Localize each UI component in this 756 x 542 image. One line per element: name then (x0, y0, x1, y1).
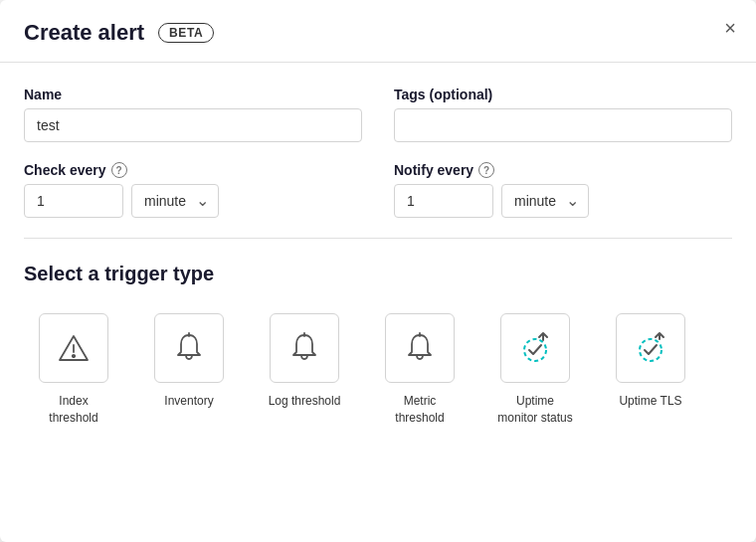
trigger-item-inventory[interactable]: Inventory (139, 313, 239, 427)
name-tags-row: Name Tags (optional) (24, 87, 732, 142)
trigger-grid: Indexthreshold Inventory (24, 313, 732, 427)
inventory-label: Inventory (164, 393, 213, 410)
trigger-item-uptime-monitor[interactable]: Uptimemonitor status (485, 313, 585, 427)
check-every-group: Check every ? second minute hour day (24, 162, 362, 218)
beta-badge: BETA (158, 23, 214, 43)
notify-every-unit-wrapper: second minute hour day (501, 184, 589, 218)
tags-input[interactable] (394, 108, 732, 142)
uptime-tls-icon (633, 330, 668, 366)
notify-every-label: Notify every ? (394, 162, 732, 178)
notify-every-help-icon[interactable]: ? (478, 162, 494, 178)
name-group: Name (24, 87, 362, 142)
uptime-monitor-icon (517, 330, 553, 366)
svg-point-1 (73, 355, 75, 357)
check-every-help-icon[interactable]: ? (111, 162, 127, 178)
close-button[interactable]: × (724, 18, 736, 38)
tags-label: Tags (optional) (394, 87, 732, 102)
trigger-item-metric-threshold[interactable]: Metricthreshold (370, 313, 470, 427)
form-section: Name Tags (optional) Check every ? (0, 63, 756, 238)
tags-group: Tags (optional) (394, 87, 732, 142)
uptime-tls-label: Uptime TLS (619, 393, 681, 410)
index-threshold-icon-box[interactable] (39, 313, 108, 383)
check-notify-row: Check every ? second minute hour day (24, 162, 732, 218)
uptime-monitor-label: Uptimemonitor status (497, 393, 572, 427)
log-threshold-label: Log threshold (269, 393, 341, 410)
uptime-monitor-icon-box[interactable] (500, 313, 570, 383)
close-icon: × (724, 17, 736, 39)
log-threshold-bell-icon (286, 330, 322, 366)
modal-title: Create alert (24, 20, 144, 46)
inventory-bell-icon (171, 330, 207, 366)
log-threshold-icon-box[interactable] (270, 313, 339, 383)
name-label: Name (24, 87, 362, 102)
trigger-item-log-threshold[interactable]: Log threshold (255, 313, 354, 427)
modal-header: Create alert BETA × (0, 0, 756, 62)
create-alert-modal: Create alert BETA × Name Tags (optional)… (0, 0, 756, 542)
trigger-section-title: Select a trigger type (24, 263, 732, 285)
metric-threshold-bell-icon (402, 330, 438, 366)
uptime-tls-icon-box[interactable] (616, 313, 685, 383)
notify-every-number-input[interactable] (394, 184, 493, 218)
metric-threshold-label: Metricthreshold (395, 393, 444, 427)
name-input[interactable] (24, 108, 362, 142)
check-every-number-input[interactable] (24, 184, 123, 218)
check-every-inputs: second minute hour day (24, 184, 362, 218)
index-threshold-label: Indexthreshold (49, 393, 97, 427)
trigger-item-index-threshold[interactable]: Indexthreshold (24, 313, 123, 427)
warning-triangle-icon (56, 330, 92, 366)
notify-every-group: Notify every ? second minute hour day (394, 162, 732, 218)
notify-every-inputs: second minute hour day (394, 184, 732, 218)
trigger-item-uptime-tls[interactable]: Uptime TLS (601, 313, 700, 427)
metric-threshold-icon-box[interactable] (385, 313, 455, 383)
notify-every-unit-select[interactable]: second minute hour day (501, 184, 589, 218)
trigger-section: Select a trigger type Indexthreshold (0, 239, 756, 456)
check-every-label: Check every ? (24, 162, 362, 178)
inventory-icon-box[interactable] (154, 313, 224, 383)
check-every-unit-select[interactable]: second minute hour day (131, 184, 219, 218)
svg-point-5 (524, 339, 546, 361)
check-every-unit-wrapper: second minute hour day (131, 184, 219, 218)
svg-point-7 (640, 339, 662, 361)
